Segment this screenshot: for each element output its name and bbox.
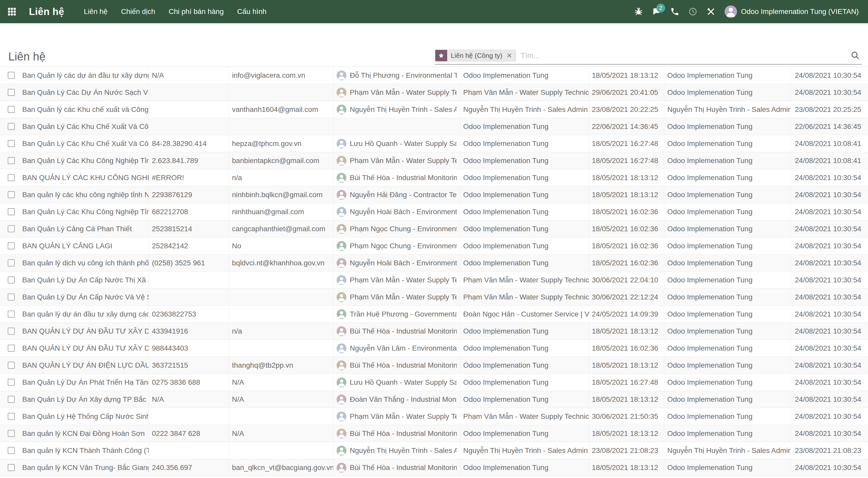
salesperson-cell: Phạm Ngọc Chung - Environmental ... xyxy=(333,237,460,254)
table-row[interactable]: Ban Quản lý các dự án đầu tư xây dựng ..… xyxy=(0,67,868,84)
table-row[interactable]: Ban quản lý KCN Đại Đồng Hoàn Sơn 0222 3… xyxy=(0,425,868,442)
table-row[interactable]: Ban quản lý KCN Thành Thành Công (Tâ... … xyxy=(0,442,868,459)
row-checkbox[interactable] xyxy=(8,362,15,369)
salesperson-avatar xyxy=(337,429,346,439)
created-by: Phạm Văn Mẫn - Water Supply Technica... xyxy=(460,272,589,288)
main-menus: Liên hệ Chiến dịch Chi phí bán hàng Cấu … xyxy=(77,0,273,23)
created-on: 18/05/2021 18:13:12 xyxy=(589,425,664,442)
row-checkbox[interactable] xyxy=(8,328,15,335)
contact-phone: #ERROR! xyxy=(149,169,228,186)
row-checkbox[interactable] xyxy=(8,225,15,232)
created-by: Odoo Implemenation Tung xyxy=(460,220,589,237)
table-row[interactable]: Ban quản lý các khu công nghiệp tỉnh Ni.… xyxy=(0,186,868,203)
row-checkbox[interactable] xyxy=(8,294,15,300)
row-checkbox[interactable] xyxy=(8,447,15,454)
salesperson-avatar xyxy=(337,258,346,268)
table-row[interactable]: Ban Quản Lý Dự Án Phát Triển Hạ Tầng ...… xyxy=(0,374,868,391)
contact-email: vanthanh1604@gmail.com xyxy=(228,101,333,118)
row-checkbox[interactable] xyxy=(8,123,15,130)
table-row[interactable]: Ban Quản Lý Các Khu Chế Xuất Và Công... … xyxy=(0,118,868,135)
updated-on: 24/08/2021 10:30:54 xyxy=(790,306,868,323)
table-row[interactable]: BAN QUẢN LÝ CẢNG LAGI 252842142 No Phạm … xyxy=(0,237,868,255)
row-checkbox[interactable] xyxy=(8,191,15,198)
salesperson-avatar xyxy=(337,378,346,387)
table-row[interactable]: Ban Quản Lý Các Khu Công Nghiệp Tỉnh... … xyxy=(0,152,868,169)
user-avatar[interactable] xyxy=(724,5,737,18)
table-row[interactable]: Ban Quản Lý Dự Án Xây dựng TP Bắc Ni... … xyxy=(0,391,868,408)
table-row[interactable]: BAN QUẢN LÝ CÁC KHU CÔNG NGHIỆP ... #ERR… xyxy=(0,169,868,186)
messages-icon[interactable]: 2 xyxy=(648,0,666,23)
row-checkbox[interactable] xyxy=(8,276,15,283)
table-row[interactable]: Ban Quản Lý Cảng Cá Phan Thiết 252381521… xyxy=(0,220,868,237)
search-bar[interactable]: Liên hệ (Công ty) ✕ Tìm... xyxy=(435,47,862,65)
row-checkbox[interactable] xyxy=(8,345,15,352)
row-checkbox[interactable] xyxy=(8,260,15,266)
contact-name: Ban quản lý KCN Đại Đồng Hoàn Sơn xyxy=(20,425,149,442)
search-input[interactable]: Tìm... xyxy=(521,52,850,60)
row-checkbox[interactable] xyxy=(8,157,15,164)
salesperson-name: Phạm Văn Mẫn - Water Supply Tec... xyxy=(350,412,457,421)
contact-name: Ban Quản Lý Dự Án Phát Triển Hạ Tầng ... xyxy=(20,374,149,391)
row-checkbox[interactable] xyxy=(8,396,15,403)
table-row[interactable]: Ban Quản Lý Dự Án Cấp Nước Và Vệ Sin... … xyxy=(0,289,868,306)
created-on: 18/05/2021 18:13:12 xyxy=(589,67,664,84)
row-checkbox[interactable] xyxy=(8,72,15,79)
salesperson-avatar xyxy=(337,275,346,285)
activity-clock-icon[interactable] xyxy=(684,0,702,23)
row-checkbox[interactable] xyxy=(8,430,15,437)
nav-menu-lien-he[interactable]: Liên hệ xyxy=(77,0,115,23)
row-checkbox-cell xyxy=(0,306,20,323)
bug-icon[interactable] xyxy=(629,0,648,23)
row-checkbox[interactable] xyxy=(8,310,15,318)
contact-email: N/A xyxy=(228,425,333,442)
contact-email: banbientapkcn@gmail.com xyxy=(228,152,333,169)
nav-menu-chi-phi-ban-hang[interactable]: Chi phí bán hàng xyxy=(162,0,230,23)
apps-grid-icon[interactable] xyxy=(0,0,24,23)
salesperson-avatar xyxy=(337,241,346,251)
phone-icon[interactable] xyxy=(666,0,684,23)
tools-icon[interactable] xyxy=(702,0,720,23)
created-by: Odoo Implemenation Tung xyxy=(460,255,589,271)
table-row[interactable]: BAN QUẢN LÝ DỰ ÁN ĐIỆN LỰC DẦU KH... 363… xyxy=(0,357,868,374)
user-menu[interactable]: Odoo Implemenation Tung (VIETAN) xyxy=(741,7,859,16)
app-brand[interactable]: Liên hệ xyxy=(29,6,64,17)
salesperson-avatar xyxy=(337,88,346,97)
row-checkbox[interactable] xyxy=(8,106,15,113)
table-row[interactable]: Ban Quản Lý Dự Án Cấp Nước Thị Xã Bu... … xyxy=(0,272,868,289)
row-checkbox[interactable] xyxy=(8,413,15,420)
nav-menu-chien-dich[interactable]: Chiến dịch xyxy=(114,0,162,23)
table-row[interactable]: Ban quản lý KCN Vân Trung- Bắc Giang 240… xyxy=(0,459,868,476)
contact-phone: 2.623.841.789 xyxy=(149,152,228,169)
table-row[interactable]: Ban Quản Lý Hệ Thống Cấp Nước Sinh ... P… xyxy=(0,408,868,425)
created-on: 22/06/2021 14:36:45 xyxy=(589,118,664,135)
row-checkbox[interactable] xyxy=(8,140,15,147)
table-row[interactable]: Ban quản lý dự án đầu tư xây dựng các ..… xyxy=(0,306,868,323)
contact-email: thanghq@tb2pp.vn xyxy=(228,357,333,374)
table-row[interactable]: BAN QUẢN LÝ DỰ ÁN ĐẦU TƯ XÂY DỰN... 9884… xyxy=(0,340,868,357)
created-on: 23/08/2021 21:08:23 xyxy=(589,442,664,459)
contact-email xyxy=(228,408,333,425)
table-row[interactable]: Ban quản lý dịch vụ công ích thành phố .… xyxy=(0,255,868,272)
table-row[interactable]: Ban Quản Lý Các Dự Án Nước Sạch Và ... P… xyxy=(0,84,868,101)
search-icon[interactable] xyxy=(850,51,860,61)
nav-menu-cau-hinh[interactable]: Cấu hình xyxy=(230,0,273,23)
row-checkbox[interactable] xyxy=(8,464,15,471)
row-checkbox[interactable] xyxy=(8,242,15,249)
row-checkbox-cell xyxy=(0,272,20,288)
table-row[interactable]: Ban Quản Lý Các Khu Chế Xuất Và Công... … xyxy=(0,135,868,152)
created-by: Odoo Implemenation Tung xyxy=(460,459,589,476)
table-row[interactable]: BAN QUẢN LÝ DỰ ÁN ĐẦU TƯ XÂY DỰN... 4339… xyxy=(0,323,868,340)
row-checkbox[interactable] xyxy=(8,379,15,386)
row-checkbox[interactable] xyxy=(8,89,15,96)
table-row[interactable]: Ban Quản Lý Các Khu Công Nghiệp Tỉnh... … xyxy=(0,203,868,220)
updated-on: 24/08/2021 10:30:54 xyxy=(790,255,868,271)
created-by: Odoo Implemenation Tung xyxy=(460,391,589,408)
table-row[interactable]: Ban Quản lý các Khu chế xuất và Công n..… xyxy=(0,101,868,118)
facet-remove-icon[interactable]: ✕ xyxy=(506,50,516,61)
salesperson-avatar xyxy=(337,156,346,166)
row-checkbox[interactable] xyxy=(8,174,15,181)
updated-by: Odoo Implemenation Tung xyxy=(664,67,790,84)
row-checkbox[interactable] xyxy=(8,208,15,215)
contact-phone xyxy=(149,272,228,288)
contact-email: hepza@tphcm.gov.vn xyxy=(228,135,333,152)
